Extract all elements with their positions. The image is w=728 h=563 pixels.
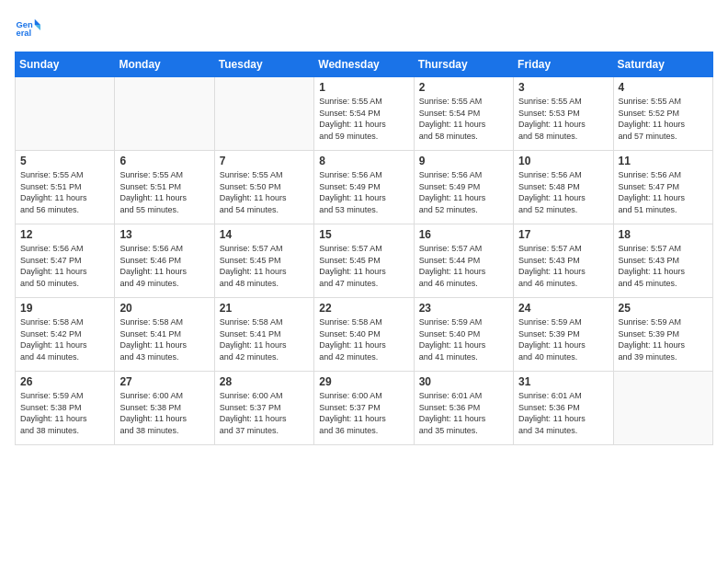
day-info: Sunrise: 5:56 AM Sunset: 5:49 PM Dayligh… [419,169,508,215]
calendar-cell: 22Sunrise: 5:58 AM Sunset: 5:40 PM Dayli… [314,298,414,372]
calendar-cell: 29Sunrise: 6:00 AM Sunset: 5:37 PM Dayli… [314,372,414,445]
calendar-cell: 7Sunrise: 5:55 AM Sunset: 5:50 PM Daylig… [214,151,313,224]
day-number: 31 [518,375,608,388]
day-info: Sunrise: 6:01 AM Sunset: 5:36 PM Dayligh… [518,390,608,436]
logo-icon: Gen eral [15,15,40,40]
day-number: 5 [20,155,109,167]
day-number: 8 [319,155,408,167]
day-info: Sunrise: 5:55 AM Sunset: 5:51 PM Dayligh… [20,169,109,215]
calendar-cell: 31Sunrise: 6:01 AM Sunset: 5:36 PM Dayli… [514,372,613,445]
calendar-cell: 25Sunrise: 5:59 AM Sunset: 5:39 PM Dayli… [613,298,712,372]
day-number: 10 [518,155,608,167]
day-info: Sunrise: 5:56 AM Sunset: 5:48 PM Dayligh… [518,169,608,215]
day-number: 27 [119,375,209,388]
calendar-week-row: 1Sunrise: 5:55 AM Sunset: 5:54 PM Daylig… [16,77,713,151]
day-number: 19 [20,302,109,315]
day-number: 11 [619,155,708,167]
day-header-tuesday: Tuesday [214,52,313,77]
day-header-saturday: Saturday [613,52,712,77]
day-info: Sunrise: 5:57 AM Sunset: 5:43 PM Dayligh… [518,243,608,289]
day-info: Sunrise: 5:56 AM Sunset: 5:47 PM Dayligh… [619,169,708,215]
calendar-week-row: 5Sunrise: 5:55 AM Sunset: 5:51 PM Daylig… [16,151,713,224]
day-number: 12 [20,228,109,241]
day-info: Sunrise: 6:00 AM Sunset: 5:37 PM Dayligh… [319,390,408,436]
calendar-cell: 2Sunrise: 5:55 AM Sunset: 5:54 PM Daylig… [414,77,513,151]
calendar-cell: 15Sunrise: 5:57 AM Sunset: 5:45 PM Dayli… [314,224,414,298]
day-number: 20 [119,302,209,315]
day-info: Sunrise: 5:58 AM Sunset: 5:41 PM Dayligh… [220,316,309,362]
day-number: 9 [419,155,508,167]
day-number: 29 [319,375,408,388]
calendar-cell: 14Sunrise: 5:57 AM Sunset: 5:45 PM Dayli… [214,224,313,298]
calendar-cell [214,77,313,151]
calendar-cell: 24Sunrise: 5:59 AM Sunset: 5:39 PM Dayli… [514,298,613,372]
calendar-cell: 26Sunrise: 5:59 AM Sunset: 5:38 PM Dayli… [16,372,115,445]
day-number: 25 [619,302,708,315]
calendar-table: SundayMondayTuesdayWednesdayThursdayFrid… [15,52,713,445]
day-info: Sunrise: 5:59 AM Sunset: 5:40 PM Dayligh… [419,316,508,362]
calendar-cell: 19Sunrise: 5:58 AM Sunset: 5:42 PM Dayli… [16,298,115,372]
day-number: 28 [220,375,309,388]
day-info: Sunrise: 5:55 AM Sunset: 5:53 PM Dayligh… [518,96,608,142]
calendar-cell: 1Sunrise: 5:55 AM Sunset: 5:54 PM Daylig… [314,77,414,151]
calendar-cell: 23Sunrise: 5:59 AM Sunset: 5:40 PM Dayli… [414,298,513,372]
calendar-week-row: 12Sunrise: 5:56 AM Sunset: 5:47 PM Dayli… [16,224,713,298]
day-info: Sunrise: 5:56 AM Sunset: 5:46 PM Dayligh… [119,243,209,289]
day-number: 24 [518,302,608,315]
calendar-header-row: SundayMondayTuesdayWednesdayThursdayFrid… [16,52,713,77]
calendar-cell: 28Sunrise: 6:00 AM Sunset: 5:37 PM Dayli… [214,372,313,445]
day-info: Sunrise: 5:55 AM Sunset: 5:54 PM Dayligh… [319,96,408,142]
day-number: 15 [319,228,408,241]
day-header-friday: Friday [514,52,613,77]
day-number: 23 [419,302,508,315]
calendar-cell: 16Sunrise: 5:57 AM Sunset: 5:44 PM Dayli… [414,224,513,298]
svg-text:Gen: Gen [17,20,33,29]
day-header-sunday: Sunday [16,52,115,77]
day-number: 21 [220,302,309,315]
day-info: Sunrise: 5:55 AM Sunset: 5:52 PM Dayligh… [619,96,708,142]
day-number: 2 [419,81,508,94]
day-info: Sunrise: 5:57 AM Sunset: 5:45 PM Dayligh… [220,243,309,289]
day-header-thursday: Thursday [414,52,513,77]
day-number: 4 [619,81,708,94]
calendar-cell: 30Sunrise: 6:01 AM Sunset: 5:36 PM Dayli… [414,372,513,445]
day-number: 30 [419,375,508,388]
day-info: Sunrise: 5:57 AM Sunset: 5:43 PM Dayligh… [619,243,708,289]
day-info: Sunrise: 5:55 AM Sunset: 5:50 PM Dayligh… [220,169,309,215]
day-header-wednesday: Wednesday [314,52,414,77]
day-info: Sunrise: 5:59 AM Sunset: 5:39 PM Dayligh… [518,316,608,362]
calendar-cell: 20Sunrise: 5:58 AM Sunset: 5:41 PM Dayli… [115,298,214,372]
day-number: 13 [119,228,209,241]
day-info: Sunrise: 5:55 AM Sunset: 5:54 PM Dayligh… [419,96,508,142]
calendar-cell: 17Sunrise: 5:57 AM Sunset: 5:43 PM Dayli… [514,224,613,298]
day-number: 3 [518,81,608,94]
calendar-cell: 3Sunrise: 5:55 AM Sunset: 5:53 PM Daylig… [514,77,613,151]
logo: Gen eral [15,15,44,40]
svg-marker-2 [35,19,40,25]
day-info: Sunrise: 5:58 AM Sunset: 5:42 PM Dayligh… [20,316,109,362]
day-info: Sunrise: 6:00 AM Sunset: 5:38 PM Dayligh… [119,390,209,436]
calendar-cell [16,77,115,151]
day-info: Sunrise: 6:01 AM Sunset: 5:36 PM Dayligh… [419,390,508,436]
calendar-cell: 11Sunrise: 5:56 AM Sunset: 5:47 PM Dayli… [613,151,712,224]
calendar-cell: 13Sunrise: 5:56 AM Sunset: 5:46 PM Dayli… [115,224,214,298]
day-info: Sunrise: 5:57 AM Sunset: 5:45 PM Dayligh… [319,243,408,289]
day-number: 17 [518,228,608,241]
calendar-cell [115,77,214,151]
calendar-cell: 18Sunrise: 5:57 AM Sunset: 5:43 PM Dayli… [613,224,712,298]
day-number: 22 [319,302,408,315]
calendar-cell: 10Sunrise: 5:56 AM Sunset: 5:48 PM Dayli… [514,151,613,224]
calendar-cell: 9Sunrise: 5:56 AM Sunset: 5:49 PM Daylig… [414,151,513,224]
day-info: Sunrise: 5:59 AM Sunset: 5:38 PM Dayligh… [20,390,109,436]
calendar-cell: 4Sunrise: 5:55 AM Sunset: 5:52 PM Daylig… [613,77,712,151]
day-number: 16 [419,228,508,241]
day-info: Sunrise: 5:57 AM Sunset: 5:44 PM Dayligh… [419,243,508,289]
svg-text:eral: eral [17,29,32,38]
calendar-cell: 12Sunrise: 5:56 AM Sunset: 5:47 PM Dayli… [16,224,115,298]
day-info: Sunrise: 5:56 AM Sunset: 5:49 PM Dayligh… [319,169,408,215]
day-number: 14 [220,228,309,241]
svg-marker-3 [35,25,40,30]
calendar-cell [613,372,712,445]
day-number: 1 [319,81,408,94]
day-info: Sunrise: 5:58 AM Sunset: 5:41 PM Dayligh… [119,316,209,362]
